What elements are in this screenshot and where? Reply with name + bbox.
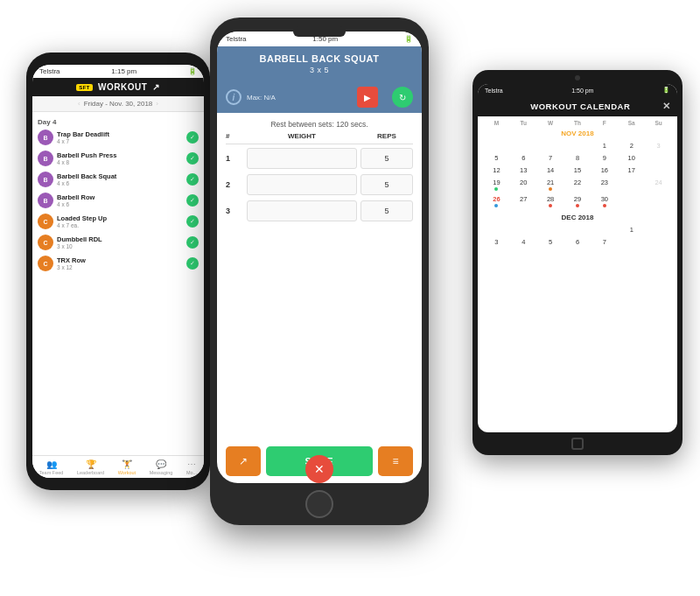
cal-cell[interactable]: 3	[483, 236, 510, 248]
nav-leaderboard[interactable]: 🏆 Leaderboard	[77, 459, 104, 475]
cal-cell[interactable]: 3	[645, 140, 672, 151]
cal-cell[interactable]: 5	[483, 152, 510, 164]
carrier-left: Telstra	[39, 67, 60, 75]
list-item[interactable]: B Barbell Push Press 4 x 8 ✓	[32, 148, 204, 169]
list-button[interactable]: ≡	[378, 446, 413, 476]
exercise-icon-b: B	[38, 130, 53, 145]
cal-cell[interactable]: 1	[618, 224, 645, 235]
list-item[interactable]: B Trap Bar Deadlift 4 x 7 ✓	[32, 127, 204, 148]
weight-input-1[interactable]	[247, 148, 357, 169]
cal-cell[interactable]: 14	[537, 165, 564, 176]
check-icon: ✓	[186, 194, 199, 207]
exercise-sets: 3 x 10	[57, 243, 183, 249]
cal-cell	[483, 224, 510, 235]
cal-cell[interactable]: 12	[483, 165, 510, 176]
list-item[interactable]: C Dumbbell RDL 3 x 10 ✓	[32, 232, 204, 253]
reps-value-2[interactable]: 5	[360, 174, 413, 195]
list-item[interactable]: B Barbell Row 4 x 6 ✓	[32, 190, 204, 211]
nav-team-feed[interactable]: 👥 Team Feed	[39, 459, 64, 475]
phone-center: Telstra 1:50 pm 🔋 BARBELL BACK SQUAT 3 x…	[210, 18, 429, 525]
cal-cell[interactable]: 8	[564, 152, 592, 164]
table-header: # WEIGHT REPS	[226, 132, 413, 144]
day-label: Day 4	[32, 116, 204, 127]
cal-cell[interactable]: 4	[510, 236, 537, 248]
cal-cell	[645, 165, 672, 176]
cal-cell[interactable]: 19	[483, 177, 510, 193]
cal-cell[interactable]: 26	[483, 193, 510, 209]
list-item[interactable]: C TRX Row 3 x 12 ✓	[32, 253, 204, 274]
calendar-body: M Tu W Th F Sa Su NOV 2018 1 2	[478, 116, 677, 432]
cal-cell[interactable]: 13	[510, 165, 537, 176]
cal-cell[interactable]: 2	[618, 140, 645, 151]
rest-text: Rest between sets: 120 secs.	[217, 113, 422, 132]
nav-label: Workout	[118, 470, 136, 475]
phone-left-screen: Telstra 1:15 pm 🔋 SFT WORKOUT ↗ ‹ Friday…	[32, 65, 204, 478]
dow-f: F	[591, 120, 618, 126]
cal-cell[interactable]: 6	[564, 236, 592, 248]
exercise-icon-b: B	[38, 193, 53, 208]
workout-header: SFT WORKOUT ↗	[32, 78, 204, 96]
weight-input-3[interactable]	[247, 200, 357, 221]
battery-left: 🔋	[188, 67, 197, 75]
row-num-3: 3	[226, 207, 243, 215]
video-button[interactable]: ▶	[357, 87, 378, 108]
cal-cell[interactable]: 6	[510, 152, 537, 164]
nav-more[interactable]: ⋯ Mo...	[186, 459, 197, 475]
col-weight: WEIGHT	[243, 132, 360, 140]
exercise-icon-b: B	[38, 151, 53, 166]
nav-label: Messaging	[150, 470, 173, 475]
calendar-header: WORKOUT CALENDAR ✕	[478, 96, 677, 116]
col-reps: REPS	[360, 132, 413, 140]
cal-cell[interactable]: 7	[537, 152, 564, 164]
cal-cell[interactable]: 9	[591, 152, 618, 164]
cal-cell[interactable]: 16	[591, 165, 618, 176]
battery-tablet: 🔋	[662, 87, 670, 94]
exercise-sets: 4 x 7	[57, 138, 183, 144]
list-item[interactable]: B Barbell Back Squat 4 x 6 ✓	[32, 169, 204, 190]
dow-w: W	[537, 120, 564, 126]
cal-cell[interactable]: 27	[510, 193, 537, 209]
home-button-tablet[interactable]	[571, 438, 584, 450]
cal-cell	[645, 224, 672, 235]
cal-cell	[618, 177, 645, 193]
cal-cell[interactable]: 30	[591, 193, 618, 209]
exercise-icon-c: C	[38, 235, 53, 250]
check-icon: ✓	[186, 131, 199, 144]
refresh-button[interactable]: ↻	[392, 87, 413, 108]
cal-cell[interactable]: 22	[564, 177, 592, 193]
list-item[interactable]: C Loaded Step Up 4 x 7 ea. ✓	[32, 211, 204, 232]
cal-cell[interactable]: 7	[591, 236, 618, 248]
dec-label: DEC 2018	[483, 214, 672, 221]
check-icon: ✓	[186, 257, 199, 270]
cal-cell	[618, 236, 645, 248]
cal-cell[interactable]: 15	[564, 165, 592, 176]
cal-cell	[483, 140, 510, 151]
cal-cell[interactable]: 21	[537, 177, 564, 193]
nav-messaging[interactable]: 💬 Messaging	[150, 459, 173, 475]
workout-icon: 🏋	[122, 459, 132, 469]
home-button[interactable]	[305, 490, 333, 518]
cal-cell[interactable]: 29	[564, 193, 592, 209]
cal-cell[interactable]: 1	[591, 140, 618, 151]
chevron-right-icon[interactable]: ›	[156, 100, 158, 108]
row-num-1: 1	[226, 154, 243, 163]
notch	[293, 26, 346, 37]
cal-cell[interactable]: 10	[618, 152, 645, 164]
cal-cell[interactable]: 5	[537, 236, 564, 248]
calendar-close-button[interactable]: ✕	[662, 101, 671, 112]
cal-cell	[537, 140, 564, 151]
cal-cell[interactable]: 17	[618, 165, 645, 176]
exercise-name: Trap Bar Deadlift	[57, 130, 183, 138]
reps-value-1[interactable]: 5	[360, 148, 413, 169]
cal-cell[interactable]: 20	[510, 177, 537, 193]
nav-workout[interactable]: 🏋 Workout	[118, 459, 136, 475]
cal-cell	[537, 224, 564, 235]
dow-th: Th	[564, 120, 592, 126]
weight-input-2[interactable]	[247, 174, 357, 195]
chevron-left-icon[interactable]: ‹	[78, 100, 80, 108]
cal-cell[interactable]: 23	[591, 177, 618, 193]
close-button[interactable]: ✕	[305, 455, 333, 483]
share-button[interactable]: ↗	[226, 446, 261, 476]
cal-cell[interactable]: 28	[537, 193, 564, 209]
reps-value-3[interactable]: 5	[360, 200, 413, 221]
